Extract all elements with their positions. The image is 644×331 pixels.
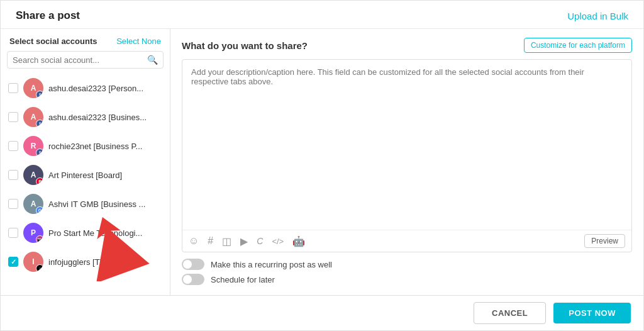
avatar: AG: [23, 194, 43, 214]
search-input[interactable]: [13, 55, 147, 65]
avatar: Af: [23, 107, 43, 127]
account-name: infojugglers [Tiktok Profi...: [48, 257, 162, 267]
account-checkbox[interactable]: [8, 170, 18, 180]
account-checkbox[interactable]: [8, 257, 18, 267]
code-icon[interactable]: </>: [272, 237, 284, 246]
page-container: Share a post Upload in Bulk Select socia…: [0, 0, 644, 331]
schedule-row: Schedule for later: [182, 274, 632, 285]
what-share-label: What do you want to share?: [182, 40, 308, 51]
account-name: rochie23net [Business P...: [48, 142, 162, 151]
text-area-inner: [182, 60, 631, 230]
image-icon[interactable]: ◫: [222, 235, 231, 247]
search-box: 🔍: [7, 51, 164, 69]
recurring-toggle[interactable]: [182, 259, 204, 270]
account-name: Pro Start Me Technologi...: [48, 228, 162, 238]
cancel-button[interactable]: CANCEL: [474, 302, 546, 324]
play-icon[interactable]: ▶: [240, 235, 248, 247]
account-item[interactable]: P📷Pro Start Me Technologi...: [1, 218, 170, 247]
avatar: I♪: [23, 252, 43, 272]
account-item[interactable]: Rfrochie23net [Business P...: [1, 132, 170, 160]
preview-button[interactable]: Preview: [584, 234, 625, 248]
right-panel: What do you want to share? Customize for…: [170, 29, 643, 295]
account-item[interactable]: Afashu.desai2323 [Person...: [1, 74, 170, 103]
left-panel: Select social accounts Select None 🔍 Afa…: [1, 29, 170, 295]
account-checkbox[interactable]: [8, 141, 18, 151]
text-area-toolbar: ☺ # ◫ ▶ C </> 🤖 Preview: [182, 230, 631, 252]
customize-platform-button[interactable]: Customize for each platform: [524, 38, 632, 53]
avatar: P📷: [23, 223, 43, 243]
avatar: AP: [23, 165, 43, 185]
footer: CANCEL POST NOW: [1, 295, 643, 330]
right-panel-header: What do you want to share? Customize for…: [182, 38, 632, 53]
select-none-link[interactable]: Select None: [116, 36, 161, 46]
robot-icon[interactable]: 🤖: [292, 235, 305, 247]
schedule-label: Schedule for later: [211, 275, 275, 284]
recurring-label: Make this a recurring post as well: [211, 260, 332, 269]
accounts-list: Afashu.desai2323 [Person...Afashu.desai2…: [1, 74, 170, 295]
account-name: Art Pinterest [Board]: [48, 171, 162, 180]
header: Share a post Upload in Bulk: [1, 1, 643, 29]
post-now-button[interactable]: POST NOW: [553, 303, 631, 323]
schedule-toggle[interactable]: [182, 274, 204, 285]
page-title: Share a post: [16, 9, 80, 22]
account-item[interactable]: I♪infojugglers [Tiktok Profi...: [1, 247, 170, 276]
main-body: Select social accounts Select None 🔍 Afa…: [1, 29, 643, 295]
account-item[interactable]: Afashu.desai2323 [Busines...: [1, 103, 170, 132]
account-name: Ashvi IT GMB [Business ...: [48, 199, 162, 209]
avatar: Rf: [23, 136, 43, 156]
emoji-icon[interactable]: ☺: [189, 235, 199, 247]
upload-bulk-link[interactable]: Upload in Bulk: [567, 11, 628, 21]
c-icon[interactable]: C: [257, 236, 263, 246]
select-accounts-label: Select social accounts: [9, 36, 97, 46]
left-panel-header: Select social accounts Select None: [1, 29, 170, 51]
recurring-row: Make this a recurring post as well: [182, 259, 632, 270]
account-item[interactable]: AGAshvi IT GMB [Business ...: [1, 189, 170, 218]
account-checkbox[interactable]: [8, 228, 18, 238]
account-checkbox[interactable]: [8, 199, 18, 209]
hashtag-icon[interactable]: #: [208, 235, 213, 247]
text-area-container: ☺ # ◫ ▶ C </> 🤖 Preview: [182, 59, 632, 252]
account-item[interactable]: APArt Pinterest [Board]: [1, 160, 170, 189]
avatar: Af: [23, 78, 43, 98]
search-icon: 🔍: [147, 55, 158, 65]
account-checkbox[interactable]: [8, 112, 18, 122]
account-checkbox[interactable]: [8, 83, 18, 93]
post-textarea[interactable]: [191, 67, 623, 222]
account-name: ashu.desai2323 [Busines...: [48, 113, 162, 122]
account-name: ashu.desai2323 [Person...: [48, 84, 162, 93]
